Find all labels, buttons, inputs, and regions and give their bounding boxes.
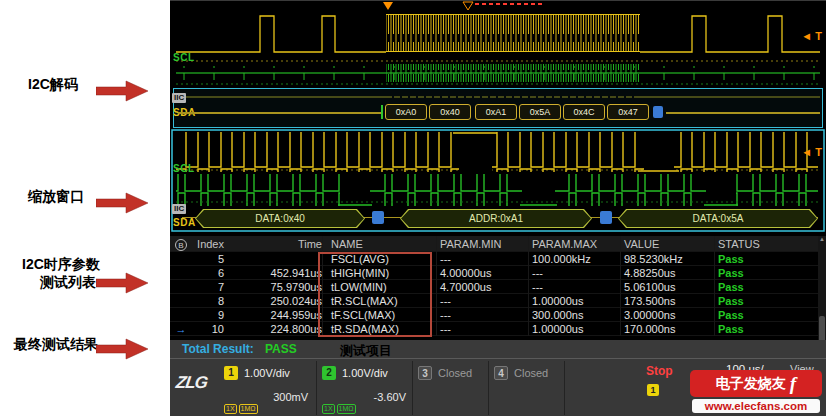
elecfans-watermark: 电子发烧友 f www.elecfans.com	[690, 370, 822, 413]
cell-value: 3.00000ns	[620, 308, 714, 322]
cell-index: 6	[192, 266, 224, 280]
decode-value: 0xA0	[396, 107, 417, 117]
annotation-zoom-window: 缩放窗口	[28, 188, 84, 206]
channel-4-badge: 4	[494, 366, 508, 380]
cell-param-min: ---	[436, 322, 528, 336]
scl-channel-label: SCL	[173, 52, 195, 63]
table-row[interactable]: 7 75.9790us tLOW(MIN) 4.70000us --- 5.06…	[170, 280, 818, 294]
table-scrollbar[interactable]: ▲ ▼	[818, 236, 826, 356]
decode-segment: DATA:0x5A	[618, 209, 818, 228]
cell-index: 8	[192, 294, 224, 308]
cell-value: 4.88250us	[620, 266, 714, 280]
b-measure-badge: B	[175, 239, 187, 251]
channel-3-block[interactable]: 3 Closed	[414, 361, 488, 415]
cell-index: 7	[192, 280, 224, 294]
cell-value: 170.000ns	[620, 322, 714, 336]
stop-condition-icon	[372, 211, 384, 224]
channel-1-block[interactable]: 1 1.00V/div 300mV 1X1MΩ	[220, 361, 314, 415]
cell-param-min: 4.70000us	[436, 280, 528, 294]
run-state-indicator[interactable]: Stop	[646, 364, 673, 378]
cell-param-min: ---	[436, 308, 528, 322]
decode-value: 0x47	[618, 107, 638, 117]
cell-param-max: 100.000kHz	[528, 252, 620, 266]
table-row[interactable]: 8 250.024us tR.SCL(MAX) --- 1.00000us 17…	[170, 294, 818, 308]
start-condition-icon	[381, 105, 383, 119]
channel-2-badge: 2	[322, 366, 336, 380]
cell-param-max: ---	[528, 280, 620, 294]
iic-bus-badge-zoom: IIC	[172, 204, 186, 214]
decode-segment: ADDR:0xA1	[400, 209, 592, 228]
annotated-oscilloscope-screenshot: I2C解码 缩放窗口 I2C时序参数 测试列表 最终测试结果	[0, 0, 826, 416]
cell-time: 224.800us	[224, 322, 322, 336]
annotation-timing-list-line2: 测试列表	[40, 274, 96, 292]
cell-param-max: 300.000ns	[528, 308, 620, 322]
scroll-up-icon[interactable]: ▲	[818, 236, 826, 242]
table-row[interactable]: 5 FSCL(AVG) --- 100.000kHz 98.5230kHz Pa…	[170, 252, 818, 266]
channel-4-state: Closed	[514, 367, 548, 379]
stop-condition-icon	[653, 106, 663, 118]
decode-value: 0xA1	[486, 107, 507, 117]
cell-param-max: 1.00000us	[528, 294, 620, 308]
channel-2-scale: 1.00V/div	[342, 367, 388, 379]
decode-value: 0x4C	[573, 107, 594, 117]
iic-bus-badge: IIC	[172, 93, 186, 103]
header-time: Time	[224, 236, 322, 252]
watermark-url: www.elecfans.com	[692, 399, 820, 413]
impedance-badge: 1MΩ	[337, 404, 356, 414]
header-param-min: PARAM.MIN	[436, 236, 528, 252]
delay-position-icon	[463, 2, 473, 10]
header-index: Index	[192, 236, 224, 252]
probe-badge: 1X	[322, 404, 335, 414]
decode-byte-box: 0xA1	[475, 104, 517, 120]
annotation-i2c-decode: I2C解码	[28, 76, 78, 94]
table-row-selected[interactable]: → 10 224.800us tR.SDA(MAX) --- 1.00000us…	[170, 322, 818, 336]
cell-status: Pass	[714, 294, 818, 308]
impedance-badge: 1MΩ	[239, 404, 258, 414]
decode-byte-box: 0x5A	[519, 104, 561, 120]
annotation-test-items: 测试项目	[340, 342, 392, 360]
annotation-final-result: 最终测试结果	[14, 336, 98, 354]
decode-value: 0x5A	[530, 107, 551, 117]
stop-condition-icon	[600, 211, 612, 224]
cell-index: 10	[192, 322, 224, 336]
table-row[interactable]: 9 244.959us tF.SCL(MAX) --- 300.000ns 3.…	[170, 308, 818, 322]
measurement-table: B Index Time NAME PARAM.MIN PARAM.MAX VA…	[170, 236, 818, 336]
annotation-arrow	[96, 192, 148, 214]
cell-value: 5.06100us	[620, 280, 714, 294]
cell-param-min: 4.00000us	[436, 266, 528, 280]
cell-status: Pass	[714, 280, 818, 294]
decode-value: 0x40	[440, 107, 460, 117]
scl-channel-label-zoom: SCL	[173, 163, 195, 174]
cell-index: 5	[192, 252, 224, 266]
cell-time: 75.9790us	[224, 280, 322, 294]
table-header-row: B Index Time NAME PARAM.MIN PARAM.MAX VA…	[170, 236, 818, 252]
decode-segment-text: DATA:0x5A	[693, 213, 744, 224]
trigger-level-marker-zoom: ◄ T	[801, 146, 822, 158]
annotation-arrow	[96, 80, 148, 102]
elecfans-f-logo-icon: f	[790, 373, 796, 395]
annotation-timing-list-line1: I2C时序参数	[22, 256, 100, 274]
cell-param-min: ---	[436, 252, 528, 266]
bus-idle-line	[178, 112, 382, 114]
cell-status: Pass	[714, 308, 818, 322]
total-result-strip: Total Result: PASS	[170, 340, 826, 358]
zlg-logo: ZLG	[175, 373, 209, 393]
watermark-brand: 电子发烧友	[716, 375, 786, 393]
table-row[interactable]: 6 452.941us tHIGH(MIN) 4.00000us --- 4.8…	[170, 266, 818, 280]
channel-3-state: Closed	[438, 367, 472, 379]
decode-segment-text: ADDR:0xA1	[469, 213, 523, 224]
channel-4-block[interactable]: 4 Closed	[490, 361, 564, 415]
decode-byte-box: 0x47	[607, 104, 649, 120]
channel-2-block[interactable]: 2 1.00V/div -3.60V 1X1MΩ	[318, 361, 412, 415]
header-status: STATUS	[714, 236, 818, 252]
channel-2-offset: -3.60V	[374, 391, 406, 403]
cell-param-max: 1.00000us	[528, 322, 620, 336]
cell-value: 98.5230kHz	[620, 252, 714, 266]
cell-time: 250.024us	[224, 294, 322, 308]
header-value: VALUE	[620, 236, 714, 252]
trigger-position-icon	[383, 2, 393, 10]
decode-byte-box: 0x40	[429, 104, 471, 120]
cell-param-min: ---	[436, 294, 528, 308]
cell-time: 244.959us	[224, 308, 322, 322]
oscilloscope-screen: SCL IIC SDA ◄ T 0xA0 0x40 0xA1 0x5A 0x4C…	[170, 0, 826, 416]
